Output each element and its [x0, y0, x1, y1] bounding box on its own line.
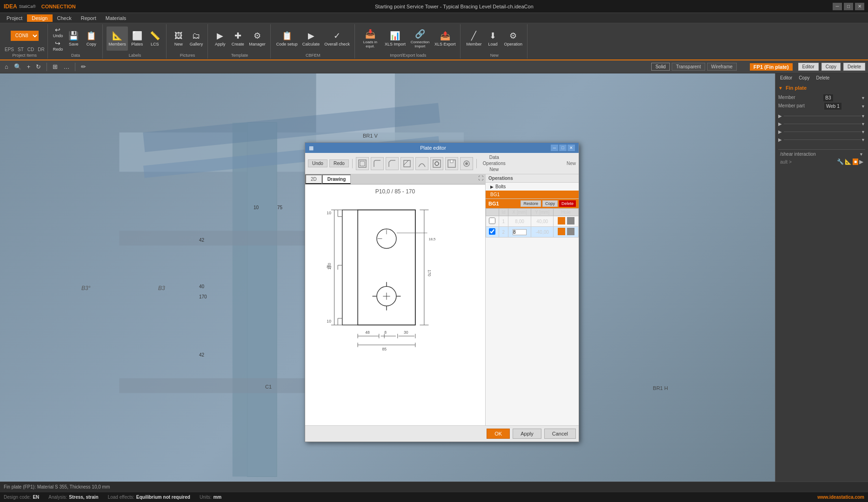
copy-action-btn[interactable]: Copy [797, 75, 811, 81]
expand-row-3[interactable]: ▶ ▼ [778, 129, 865, 134]
dialog-minimize-btn[interactable]: ─ [551, 145, 558, 151]
xls-export-button[interactable]: 📤 XLS Export [433, 26, 458, 51]
collapse-arrow[interactable]: ▼ [778, 86, 783, 91]
undo-button[interactable]: ↩ Undo [52, 26, 65, 39]
delete-bg1-btn[interactable]: Delete [559, 200, 576, 207]
delete-action-btn[interactable]: Delete [814, 75, 831, 81]
plates-button[interactable]: ⬜ Plates [129, 26, 146, 51]
add-button[interactable]: + [25, 62, 33, 71]
b3-italic-label: B3° [81, 285, 90, 291]
redo-button[interactable]: ↪ Redo [52, 39, 65, 52]
ok-btn[interactable]: OK [487, 429, 510, 439]
wireframe-view-btn[interactable]: Wireframe [707, 63, 737, 71]
svg-text:10: 10 [327, 319, 331, 324]
offset-btn[interactable] [356, 157, 369, 170]
row2-gray-btn[interactable] [567, 228, 574, 235]
eps-label[interactable]: EPS [5, 47, 14, 52]
copy-button[interactable]: 📋 Copy [83, 26, 100, 51]
load-button[interactable]: ⬇ Load [484, 26, 501, 51]
undo-dialog-btn[interactable]: Undo [308, 159, 327, 167]
dr-label[interactable]: DR [38, 47, 44, 52]
expand-row-2[interactable]: ▶ ▼ [778, 121, 865, 126]
row2-orange-btn[interactable] [558, 228, 565, 235]
maximize-button[interactable]: □ [844, 3, 853, 10]
operation-button[interactable]: ⚙ Operation [502, 26, 524, 51]
arc-btn[interactable] [415, 157, 428, 170]
editor-action-btn[interactable]: Editor [778, 75, 794, 81]
info-bar: Fin plate (FP1): Material S 355, Thickne… [0, 482, 868, 492]
row1-checkbox[interactable] [489, 218, 495, 224]
lcs-button[interactable]: 📏 LCS [147, 26, 163, 51]
apply-btn[interactable]: Apply [513, 429, 541, 439]
bg1-item[interactable]: BG1 [486, 191, 579, 198]
fit-button[interactable]: ⊞ [51, 62, 60, 71]
member-button[interactable]: ╱ Member [464, 26, 483, 51]
notch-btn[interactable] [445, 157, 458, 170]
bevel-btn[interactable] [401, 157, 414, 170]
calculate-button[interactable]: ▶ Calculate [300, 26, 322, 51]
home-button[interactable]: ⌂ [3, 62, 10, 71]
gallery-button[interactable]: 🗂 Gallery [188, 26, 205, 51]
menu-design[interactable]: Design [27, 14, 52, 22]
tab-2d[interactable]: 2D [305, 174, 322, 184]
st-label[interactable]: ST [18, 47, 24, 52]
design-code-value: EN [33, 495, 39, 500]
menu-project[interactable]: Project [2, 14, 27, 22]
project-dropdown[interactable]: CON8 [11, 31, 39, 41]
menu-check[interactable]: Check [53, 14, 76, 22]
new-picture-button[interactable]: 🖼 New [170, 26, 187, 51]
menu-report[interactable]: Report [76, 14, 101, 22]
cancel-btn[interactable]: Cancel [544, 429, 576, 439]
editor-button[interactable]: Editor [798, 63, 819, 71]
hole-btn[interactable] [430, 157, 443, 170]
data-buttons: ↩ Undo ↪ Redo 💾 Save 📋 Copy [52, 25, 100, 52]
create-button[interactable]: ✚ Create [229, 26, 246, 51]
apply-button[interactable]: ▶ Apply [212, 26, 228, 51]
row2-checkbox[interactable] [489, 228, 495, 235]
code-setup-button[interactable]: 📋 Code setup [274, 26, 300, 51]
manager-button[interactable]: ⚙ Manager [247, 26, 267, 51]
row1-gray-btn[interactable] [567, 217, 574, 225]
connection-import-button[interactable]: 🔗 Connection Import [408, 26, 432, 51]
member-dropdown[interactable]: ▼ [861, 96, 865, 100]
tab-drawing[interactable]: Drawing [322, 174, 351, 184]
brush-button[interactable]: ✏ [79, 62, 88, 71]
minimize-button[interactable]: ─ [833, 3, 842, 10]
bolts-item[interactable]: ▶ Bolts [486, 183, 579, 191]
transparent-view-btn[interactable]: Transparent [672, 63, 705, 71]
search-button[interactable]: 🔍 [12, 62, 23, 71]
overall-check-button[interactable]: ✓ Overall check [322, 26, 352, 51]
default-row[interactable]: ault > 🔧 📐 ■ ▶ [780, 159, 863, 165]
rotate-button[interactable]: ↻ [34, 62, 43, 71]
row1-orange-btn[interactable] [558, 217, 565, 225]
xls-import-button[interactable]: 📊 XLS Import [383, 26, 407, 51]
row2-x-input[interactable] [513, 229, 527, 235]
menu-materials[interactable]: Materials [101, 14, 131, 22]
chamfer-btn[interactable] [386, 157, 399, 170]
expand-icon[interactable]: ⛶ [476, 174, 485, 184]
delete-fp-button[interactable]: Delete [843, 63, 865, 71]
restore-btn[interactable]: Restore [521, 200, 541, 207]
bolt-btn[interactable] [460, 157, 473, 170]
drawing-area[interactable]: 2D Drawing ⛶ P10,0 / 85 - 170 [305, 174, 486, 425]
shear-interaction-row[interactable]: /shear interaction ▼ [780, 152, 863, 157]
expand-row-4[interactable]: ▶ ▼ [778, 137, 865, 142]
icon-2[interactable]: 📐 [845, 159, 852, 165]
rounding-btn[interactable] [371, 157, 384, 170]
member-part-dropdown[interactable]: ▼ [861, 104, 865, 109]
dialog-maximize-btn[interactable]: □ [559, 145, 567, 151]
close-button[interactable]: ✕ [855, 3, 864, 10]
icon-1[interactable]: 🔧 [837, 159, 844, 165]
copy-bg1-btn[interactable]: Copy [542, 200, 558, 207]
loads-import-button[interactable]: 📥 Loads in equil. [359, 26, 382, 51]
copy-fp-button[interactable]: Copy [821, 63, 841, 71]
members-button[interactable]: 📐 Members [107, 26, 128, 51]
dialog-close-btn[interactable]: ✕ [568, 145, 575, 151]
icon-3[interactable]: ▶ [859, 159, 863, 165]
solid-view-btn[interactable]: Solid [651, 63, 670, 71]
save-button[interactable]: 💾 Save [65, 26, 82, 51]
expand-row-1[interactable]: ▶ ▼ [778, 113, 865, 119]
redo-dialog-btn[interactable]: Redo [329, 159, 349, 167]
cd-label[interactable]: CD [27, 47, 34, 52]
more-button[interactable]: … [61, 62, 71, 71]
